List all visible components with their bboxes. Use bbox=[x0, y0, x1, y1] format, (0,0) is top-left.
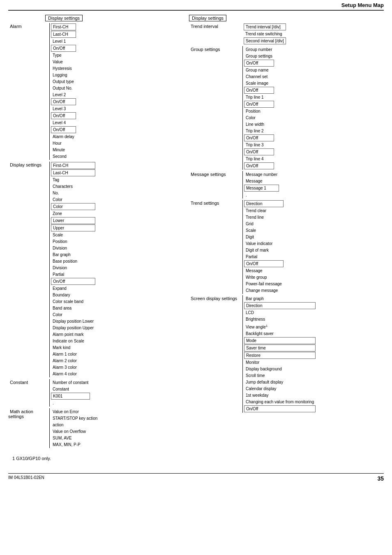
ms-message: Message bbox=[244, 178, 279, 184]
alarm-label: Alarm bbox=[8, 23, 23, 30]
ts-value-indicator: Value indicator bbox=[244, 240, 284, 247]
ts-trend-line: Trend line bbox=[244, 214, 284, 220]
trend-settings-label: Trend settings bbox=[189, 200, 221, 206]
footnote-text: 1 GX10/GP10 only. bbox=[12, 456, 51, 461]
gs-color: Color bbox=[244, 115, 274, 121]
alarm-level2: Level 2 bbox=[51, 92, 76, 98]
ds-onoff: On/Off bbox=[51, 278, 95, 285]
ms-message1: Message 1 bbox=[244, 185, 279, 192]
gs-channel-set: Channel set bbox=[244, 74, 274, 80]
sds-changing-each-value: Changing each value from monitoring bbox=[244, 399, 316, 405]
display-settings-section: Display settings First-CH Last-CH Tag Ch… bbox=[8, 162, 185, 377]
alarm-minute: Minute bbox=[51, 147, 76, 153]
ts-direction: Direction bbox=[244, 200, 284, 207]
alarm-level3: Level 3 bbox=[51, 106, 76, 112]
left-section: Display settings Alarm First-CH Last-CH … bbox=[8, 15, 189, 450]
math-sum-ave: SUM, AVE bbox=[51, 435, 99, 441]
ds-alarm1-color: Alarm 1 color bbox=[51, 351, 95, 357]
display-settings-label: Display settings bbox=[48, 16, 80, 21]
sds-display-bg: Display background bbox=[244, 366, 316, 372]
alarm-second: Second bbox=[51, 153, 76, 160]
screen-display-label: Screen display settings bbox=[189, 295, 239, 302]
math-value-on-error: Value on Error bbox=[51, 409, 99, 415]
sds-view-angle: View angle1 bbox=[244, 323, 316, 330]
gs-line-width: Line width bbox=[244, 121, 274, 127]
alarm-items: First-CH Last-CH Level 1 On/Off Type Val… bbox=[49, 23, 76, 160]
alarm-onoff-2: On/Off bbox=[51, 98, 76, 105]
gs-group-settings: Group settings bbox=[244, 53, 274, 59]
math-start-stop: START/STOP key action bbox=[51, 415, 99, 421]
ts-change-message: Change message bbox=[244, 287, 284, 294]
sds-onoff: On/Off bbox=[244, 405, 316, 412]
constant-section: Constant Number of constant Constant K00… bbox=[8, 379, 185, 407]
ds-alarm-point-mark: Alarm point mark bbox=[51, 331, 95, 338]
gs-onoff4: On/Off bbox=[244, 134, 274, 141]
gs-trip-line2: Trip line 2 bbox=[244, 128, 274, 134]
alarm-value: Value bbox=[51, 59, 76, 65]
alarm-level1: Level 1 bbox=[51, 38, 76, 44]
ms-dot: . bbox=[244, 192, 279, 198]
ds-display-pos-upper: Display position Upper bbox=[51, 325, 95, 331]
alarm-output-no: Output No. bbox=[51, 85, 76, 91]
page-title: Setup Menu Map bbox=[8, 2, 384, 11]
const-number: Number of constant bbox=[51, 379, 90, 386]
ts-grid: Grid bbox=[244, 221, 284, 227]
alarm-onoff-4: On/Off bbox=[51, 126, 76, 133]
math-action-label: Math action settings bbox=[8, 408, 33, 420]
math-action-item: action bbox=[51, 422, 99, 428]
math-value-overflow: Value on Overflow bbox=[51, 428, 99, 435]
constant-label-cell: Constant bbox=[8, 379, 49, 385]
message-settings-label: Message settings bbox=[189, 171, 228, 178]
trend-interval-items: Trend interval [/div] Trend rate switchi… bbox=[242, 23, 286, 45]
screen-display-section: Screen display settings Bar graph Direct… bbox=[189, 295, 386, 413]
alarm-last-ch: Last-CH bbox=[51, 31, 76, 38]
gs-onoff2: On/Off bbox=[244, 87, 274, 94]
ts-digit: Digit bbox=[244, 234, 284, 240]
trend-interval-label-cell: Trend interval bbox=[189, 23, 242, 29]
math-action-label-cell: Math action settings bbox=[8, 408, 49, 419]
trend-interval-section: Trend interval Trend interval [/div] Tre… bbox=[189, 23, 386, 45]
gs-group-number: Group number bbox=[244, 46, 274, 53]
alarm-hysteresis: Hysteresis bbox=[51, 65, 76, 72]
const-k001: K001 bbox=[51, 393, 90, 400]
sds-monitor: Monitor bbox=[244, 359, 316, 365]
message-settings-label-cell: Message settings bbox=[189, 171, 242, 177]
ds-upper: Upper bbox=[51, 224, 95, 231]
ds-mark-kind: Mark kind bbox=[51, 345, 95, 351]
ds-zone: Zone bbox=[51, 210, 95, 217]
right-section: Display settings Trend interval Trend in… bbox=[189, 15, 386, 450]
group-settings-items: Group number Group settings On/Off Group… bbox=[242, 46, 274, 170]
group-settings-label-cell: Group settings bbox=[189, 46, 242, 52]
sds-brightness: Brightness bbox=[244, 316, 316, 322]
ds-division: Division bbox=[51, 245, 95, 251]
ds-bar-graph: Bar graph bbox=[51, 252, 95, 258]
ti-interval-div: Trend interval [/div] bbox=[244, 23, 286, 30]
gs-position: Position bbox=[244, 108, 274, 114]
alarm-output-type: Output type bbox=[51, 79, 76, 85]
ts-partial: Partial bbox=[244, 254, 284, 260]
alarm-label-cell: Alarm bbox=[8, 23, 49, 29]
ds-boundary: Boundary bbox=[51, 292, 95, 298]
trend-settings-section: Trend settings Direction Trend clear Tre… bbox=[189, 200, 386, 294]
ds-color2: Color bbox=[51, 203, 95, 210]
screen-display-items: Bar graph Direction LCD Brightness View … bbox=[242, 295, 316, 413]
ds-alarm4-color: Alarm 4 color bbox=[51, 371, 95, 377]
constant-items: Number of constant Constant K001 . bbox=[49, 379, 90, 407]
display-settings-section-label: Display settings bbox=[8, 162, 43, 168]
ds-expand: Expand bbox=[51, 285, 95, 291]
message-settings-items: Message number Message Message 1 . bbox=[242, 171, 279, 199]
group-settings-section: Group settings Group number Group settin… bbox=[189, 46, 386, 170]
ts-scale: Scale bbox=[244, 227, 284, 234]
footnote: 1 GX10/GP10 only. bbox=[12, 456, 384, 461]
alarm-logging: Logging bbox=[51, 72, 76, 78]
page-wrapper: Setup Menu Map Display settings Alarm Fi… bbox=[0, 0, 392, 490]
sds-bar-graph: Bar graph bbox=[244, 296, 316, 302]
sds-scroll-time: Scroll time bbox=[244, 372, 316, 379]
ts-message: Message bbox=[244, 268, 284, 274]
display-settings-label-cell: Display settings bbox=[8, 162, 49, 167]
gs-trip-line1: Trip line 1 bbox=[244, 94, 274, 100]
gs-onoff5: On/Off bbox=[244, 148, 274, 155]
alarm-delay: Alarm delay bbox=[51, 134, 76, 140]
ts-trend-clear: Trend clear bbox=[244, 208, 284, 214]
sds-saver-time: Saver time bbox=[244, 345, 316, 352]
